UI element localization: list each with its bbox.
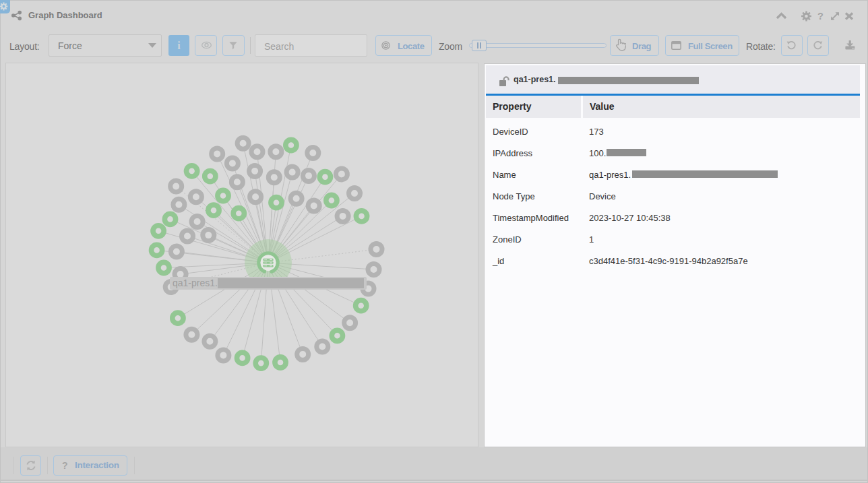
svg-text:?: ? — [817, 11, 824, 22]
svg-text:qa1-pres1.: qa1-pres1. — [173, 278, 218, 288]
